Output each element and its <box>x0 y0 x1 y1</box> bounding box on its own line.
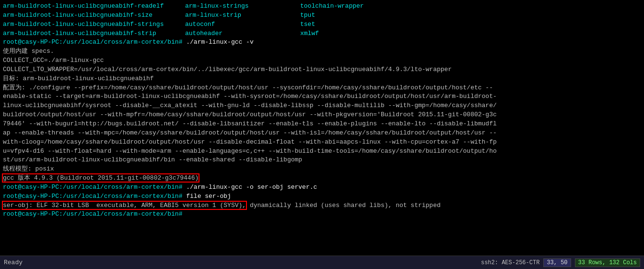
terminal-line: 线程模型: posix <box>3 165 641 174</box>
status-right-group: ssh2: AES-256-CTR 33, 50 33 Rows, 132 Co… <box>481 258 640 267</box>
terminal-col3: tput <box>300 12 315 19</box>
terminal-line: arm-buildroot-linux-uclibcgnueabihf-stri… <box>3 20 641 29</box>
status-position: 33, 50 <box>543 258 571 267</box>
terminal-col2: autoconf <box>185 20 300 29</box>
status-rows: 33 Rows, 132 Cols <box>575 258 640 267</box>
terminal-redbox: gcc 版本 4.9.3 (Buildroot 2015.11-git-0080… <box>3 174 199 182</box>
terminal-line: COLLECT_LTO_WRAPPER=/usr/local/cross/arm… <box>3 65 641 74</box>
terminal-line: ap --enable-threads --with-mpc=/home/cas… <box>3 129 641 138</box>
terminal-line: with-cloog=/home/casy/sshare/buildroot/o… <box>3 138 641 147</box>
terminal-line: 79446' --with-bugurl=http://bugs.buildro… <box>3 120 641 129</box>
terminal-line: root@casy-HP-PC:/usr/local/cross/arm-cor… <box>3 192 641 201</box>
terminal-cmd: ./arm-linux-gcc -v <box>186 38 253 46</box>
terminal-line: root@casy-HP-PC:/usr/local/cross/arm-cor… <box>3 38 641 47</box>
status-bar: Ready ssh2: AES-256-CTR 33, 50 33 Rows, … <box>0 256 644 269</box>
status-ready: Ready <box>4 259 23 266</box>
terminal-prompt: root@casy-HP-PC:/usr/local/cross/arm-cor… <box>3 193 186 200</box>
terminal-line: root@casy-HP-PC:/usr/local/cross/arm-cor… <box>3 183 641 192</box>
terminal-line: COLLECT_GCC=./arm-linux-gcc <box>3 56 641 65</box>
terminal-line: 配置为: ./configure --prefix=/home/casy/ssh… <box>3 84 641 93</box>
terminal-col1: arm-buildroot-linux-uclibcgnueabihf-read… <box>3 2 185 11</box>
terminal-col1: arm-buildroot-linux-uclibcgnueabihf-stri… <box>3 29 185 38</box>
terminal-window: arm-buildroot-linux-uclibcgnueabihf-read… <box>0 0 644 256</box>
terminal-line: arm-buildroot-linux-uclibcgnueabihf-read… <box>3 2 641 11</box>
terminal-line: u=vfpv4-d16 --with-float=hard --with-mod… <box>3 147 641 156</box>
terminal-line: arm-buildroot-linux-uclibcgnueabihf-size… <box>3 11 641 20</box>
terminal-col2: arm-linux-strings <box>185 2 300 11</box>
terminal-prompt: root@casy-HP-PC:/usr/local/cross/arm-cor… <box>3 210 186 218</box>
terminal-line: root@casy-HP-PC:/usr/local/cross/arm-cor… <box>3 210 641 219</box>
terminal-col2: arm-linux-strip <box>185 11 300 20</box>
terminal-col3: xmlwf <box>300 30 319 37</box>
terminal-cmd: ./arm-linux-gcc -o ser-obj server.c <box>186 183 317 191</box>
terminal-line: 使用内建 specs. <box>3 47 641 56</box>
terminal-col1: arm-buildroot-linux-uclibcgnueabihf-size <box>3 11 185 20</box>
terminal-col2: autoheader <box>185 29 300 38</box>
terminal-output-rest: dynamically linked (uses shared libs), n… <box>246 202 441 209</box>
terminal-line: arm-buildroot-linux-uclibcgnueabihf-stri… <box>3 29 641 38</box>
terminal-line: 目标: arm-buildroot-linux-uclibcgnueabihf <box>3 74 641 84</box>
terminal-line: linux-uclibcgnueabihf/sysroot --disable-… <box>3 101 641 110</box>
terminal-line: enable-static --target=arm-buildroot-lin… <box>3 92 641 101</box>
terminal-line: st/usr/arm-buildroot-linux-uclibcgnueabi… <box>3 156 641 165</box>
terminal-col3: toolchain-wrapper <box>300 2 364 10</box>
terminal-line: ser-obj: ELF 32-bit LSB executable, ARM,… <box>3 201 641 210</box>
terminal-col3: tset <box>300 21 315 28</box>
terminal-cmd: file ser-obj <box>186 193 231 200</box>
terminal-line: buildroot/output/host/usr --with-mpfr=/h… <box>3 110 641 120</box>
terminal-prompt: root@casy-HP-PC:/usr/local/cross/arm-cor… <box>3 183 186 191</box>
status-ssh: ssh2: AES-256-CTR <box>481 259 539 266</box>
terminal-col1: arm-buildroot-linux-uclibcgnueabihf-stri… <box>3 20 185 29</box>
terminal-redbox-partial: ser-obj: ELF 32-bit LSB executable, ARM,… <box>3 202 246 209</box>
terminal-prompt: root@casy-HP-PC:/usr/local/cross/arm-cor… <box>3 38 186 46</box>
terminal-line: gcc 版本 4.9.3 (Buildroot 2015.11-git-0080… <box>3 174 641 183</box>
